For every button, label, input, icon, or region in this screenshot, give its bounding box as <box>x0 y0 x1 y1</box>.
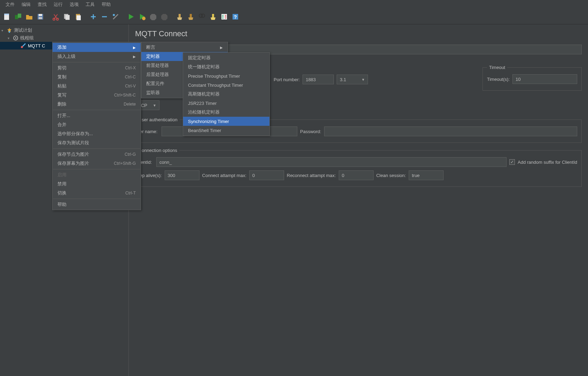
menu-file[interactable]: 文件 <box>3 1 17 8</box>
menu-shortcut: Ctrl+Shift-C <box>114 93 136 98</box>
stop-icon[interactable] <box>148 12 158 22</box>
toggle-icon[interactable] <box>111 12 120 22</box>
clear-all-icon[interactable] <box>186 12 196 22</box>
menu-item[interactable]: 合并 <box>53 120 141 129</box>
menu-edit[interactable]: 编辑 <box>19 1 33 8</box>
port-label: Port number: <box>274 77 300 82</box>
shutdown-icon[interactable] <box>159 12 169 22</box>
random-suffix-checkbox[interactable]: ✓ <box>509 159 515 165</box>
menu-shortcut: Ctrl-C <box>125 75 136 79</box>
username-label: er name: <box>140 129 159 134</box>
chevron-down-icon[interactable]: ▾ <box>1 29 6 32</box>
svg-point-25 <box>15 37 16 39</box>
menu-item[interactable]: Constant Throughput Timer <box>183 80 269 90</box>
clean-input[interactable] <box>409 170 444 180</box>
menu-options[interactable]: 选项 <box>67 1 81 8</box>
timeout-legend: Timeout <box>487 65 507 70</box>
menu-item[interactable]: 帮助 <box>53 200 141 209</box>
menu-search[interactable]: 查找 <box>35 1 49 8</box>
chevron-right-icon: ▶ <box>133 46 136 49</box>
tree-threadgroup[interactable]: ▾ 线程组 <box>0 34 128 42</box>
menu-item[interactable]: 添加▶ <box>53 43 141 52</box>
menu-item-label: 切换 <box>57 190 66 196</box>
clear-icon[interactable] <box>175 12 185 22</box>
svg-rect-6 <box>39 17 42 19</box>
menu-item[interactable]: 复制Ctrl-C <box>53 72 141 82</box>
open-icon[interactable] <box>24 12 34 22</box>
menu-item-label: 定时器 <box>146 53 160 60</box>
menu-item[interactable]: 统一随机定时器 <box>183 62 269 71</box>
chevron-down-icon: ▼ <box>361 78 365 82</box>
conn-legend: onnection options <box>140 148 179 153</box>
menu-item[interactable]: 保存为测试片段 <box>53 138 141 147</box>
paste-icon[interactable] <box>73 12 83 22</box>
menu-run[interactable]: 运行 <box>51 1 65 8</box>
clean-label: Clean session: <box>376 173 406 178</box>
menu-item[interactable]: Precise Throughput Timer <box>183 71 269 80</box>
collapse-icon[interactable] <box>100 12 109 22</box>
menu-item[interactable]: 粘贴Ctrl-V <box>53 82 141 91</box>
menu-separator <box>53 148 140 149</box>
timeout-input[interactable] <box>512 74 577 84</box>
clientid-input[interactable] <box>156 157 507 167</box>
menu-item[interactable]: 打开... <box>53 111 141 120</box>
connect-max-input[interactable] <box>249 170 284 180</box>
menu-item[interactable]: 固定定时器 <box>183 53 269 62</box>
menu-item-label: 泊松随机定时器 <box>188 109 220 115</box>
menu-item[interactable]: 高斯随机定时器 <box>183 90 269 99</box>
menu-item[interactable]: 断言▶ <box>141 43 228 52</box>
menu-item-label: 固定定时器 <box>188 55 211 61</box>
templates-icon[interactable] <box>13 12 23 22</box>
menu-item[interactable]: Synchronizing Timer <box>183 117 269 126</box>
new-icon[interactable] <box>2 12 12 22</box>
reconnect-max-input[interactable] <box>339 170 374 180</box>
menu-item-label: 断言 <box>146 44 155 51</box>
menu-item-label: 选中部分保存为... <box>57 131 93 137</box>
menu-item[interactable]: 选中部分保存为... <box>53 129 141 138</box>
menu-item[interactable]: 插入上级▶ <box>53 52 141 61</box>
svg-point-13 <box>113 14 115 16</box>
menu-item[interactable]: 剪切Ctrl-X <box>53 63 141 72</box>
reset-search-icon[interactable] <box>208 12 218 22</box>
expand-icon[interactable] <box>88 12 98 22</box>
keepalive-input[interactable] <box>165 170 199 180</box>
copy-icon[interactable] <box>62 12 72 22</box>
version-select[interactable]: 3.1 ▼ <box>337 75 368 84</box>
svg-rect-3 <box>18 14 21 18</box>
menu-item-label: Precise Throughput Timer <box>188 74 240 79</box>
cut-icon[interactable] <box>51 12 61 22</box>
menu-shortcut: Ctrl-T <box>125 191 136 195</box>
menu-item[interactable]: 保存屏幕为图片Ctrl+Shift-G <box>53 159 141 168</box>
password-input[interactable] <box>324 126 577 136</box>
timeout-label: Timeout(s): <box>487 77 510 82</box>
menu-item[interactable]: 禁用 <box>53 179 141 189</box>
menu-item[interactable]: 删除Delete <box>53 100 141 109</box>
menu-item[interactable]: 泊松随机定时器 <box>183 108 269 117</box>
menu-item[interactable]: 复写Ctrl+Shift-C <box>53 91 141 100</box>
tree-root-label: 测试计划 <box>14 27 32 33</box>
menu-item: 启用 <box>53 170 141 179</box>
menu-help[interactable]: 帮助 <box>99 1 113 8</box>
version-value: 3.1 <box>340 77 346 82</box>
function-helper-icon[interactable] <box>219 12 229 22</box>
menu-item[interactable]: BeanShell Timer <box>183 126 269 135</box>
chevron-down-icon[interactable]: ▾ <box>8 36 13 40</box>
menu-tools[interactable]: 工具 <box>83 1 97 8</box>
save-icon[interactable] <box>36 12 45 22</box>
menu-item[interactable]: JSR223 Timer <box>183 99 269 108</box>
menu-item-label: 帮助 <box>57 201 66 208</box>
menu-separator <box>53 169 140 169</box>
menu-separator <box>53 62 140 62</box>
help-icon[interactable]: ? <box>230 12 240 22</box>
menu-item-label: 保存屏幕为图片 <box>57 160 89 167</box>
search-icon[interactable] <box>197 12 207 22</box>
tree-root[interactable]: ▾ 测试计划 <box>0 26 128 34</box>
menu-item-label: 保存节点为图片 <box>57 151 89 158</box>
start-no-pause-icon[interactable] <box>137 12 147 22</box>
menu-item-label: 剪切 <box>57 65 66 71</box>
menu-item[interactable]: 切换Ctrl-T <box>53 189 141 198</box>
port-input[interactable] <box>303 75 334 84</box>
menu-item[interactable]: 保存节点为图片Ctrl-G <box>53 150 141 159</box>
start-icon[interactable] <box>126 12 136 22</box>
svg-rect-15 <box>179 14 181 17</box>
